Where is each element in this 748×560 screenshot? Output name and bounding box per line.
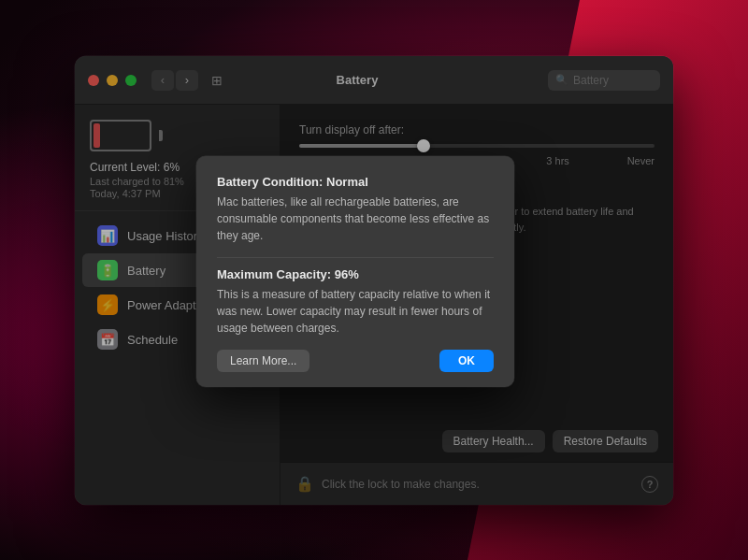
modal-divider <box>217 257 494 258</box>
modal-condition-text: Mac batteries, like all rechargeable bat… <box>217 194 494 244</box>
ok-button[interactable]: OK <box>439 350 494 372</box>
modal-overlay: Battery Condition: Normal Mac batteries,… <box>75 56 673 505</box>
learn-more-button[interactable]: Learn More... <box>217 350 309 372</box>
modal-capacity-title: Maximum Capacity: 96% <box>217 267 494 281</box>
modal-condition-title: Battery Condition: Normal <box>217 175 494 189</box>
modal-buttons: Learn More... OK <box>217 350 494 372</box>
battery-condition-modal: Battery Condition: Normal Mac batteries,… <box>196 156 514 387</box>
system-preferences-window: ‹ › ⊞ Battery 🔍 Battery <box>75 56 673 505</box>
modal-capacity-text: This is a measure of battery capacity re… <box>217 286 494 337</box>
